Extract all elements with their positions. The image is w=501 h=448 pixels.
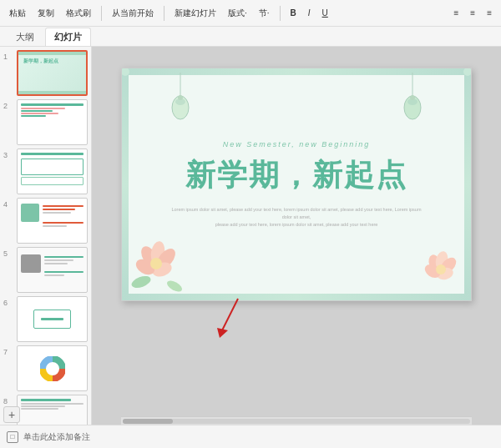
svg-line-25 [221,299,238,332]
slide-number-3: 3 [3,148,13,159]
slide-main-content: New Semester, new Beginning 新学期，新起点 Lore… [129,75,464,294]
slide-thumb-5[interactable] [17,247,88,293]
canvas-area: New Semester, new Beginning 新学期，新起点 Lore… [92,47,501,425]
slide-item-3[interactable]: 3 [3,148,88,194]
slide-thumb-8[interactable] [17,395,88,425]
tab-slides[interactable]: 幻灯片 [45,28,91,46]
slide-thumb-4[interactable] [17,198,88,244]
align-right-icon[interactable]: ≡ [483,7,496,19]
slide-number-4: 4 [3,198,13,209]
divider2 [164,6,164,21]
slide-thumb-3[interactable] [17,148,88,194]
slide-panel: 1 新学期，新起点 2 [0,47,92,425]
tab-bar: 大纲 幻灯片 [0,27,501,47]
slide-thumb-7[interactable] [17,345,88,391]
layout-button[interactable]: 版式· [224,6,251,21]
slide-thumb-6[interactable] [17,296,88,342]
slide-item-2[interactable]: 2 [3,99,88,145]
slide-thumb-1[interactable]: 新学期，新起点 [17,50,88,96]
align-left-icon[interactable]: ≡ [449,7,463,19]
toolbar: 粘贴 复制 格式刷 从当前开始 新建幻灯片 版式· 节· B I U ≡ ≡ ≡ [0,0,501,27]
slide-border-right [464,75,471,294]
horizontal-scrollbar[interactable] [121,416,472,425]
format-brush-button[interactable]: 格式刷 [62,6,95,21]
main-slide-canvas[interactable]: New Semester, new Beginning 新学期，新起点 Lore… [121,68,472,301]
slide-lorem-text: Lorem ipsum dolor sit amet, please add y… [171,206,422,228]
notes-placeholder[interactable]: 单击此处添加备注 [23,431,494,443]
scroll-track[interactable] [123,419,470,424]
divider3 [280,6,281,21]
underline-button[interactable]: U [318,7,332,19]
slide-item-6[interactable]: 6 [3,296,88,342]
copy-button[interactable]: 复制 [33,6,58,21]
slide-title: 新学期，新起点 [185,155,407,196]
slide-number-8: 8 [3,395,13,405]
slide-border-left [122,75,129,294]
bold-button[interactable]: B [286,7,301,19]
new-slide-button[interactable]: 新建幻灯片 [170,6,220,21]
main-area: 1 新学期，新起点 2 [0,47,501,425]
notes-bar: □ 单击此处添加备注 [0,425,501,448]
start-from-here-button[interactable]: 从当前开始 [108,6,158,21]
slide-item-4[interactable]: 4 [3,198,88,244]
section-button[interactable]: 节· [255,6,274,21]
align-center-icon[interactable]: ≡ [466,7,479,19]
add-slide-button[interactable]: + [3,406,20,423]
slide-thumb-2[interactable] [17,99,88,145]
slide-item-5[interactable]: 5 [3,247,88,293]
svg-marker-26 [217,328,228,338]
slide-item-1[interactable]: 1 新学期，新起点 [3,50,88,96]
tab-outline[interactable]: 大纲 [7,28,43,46]
italic-button[interactable]: I [304,7,315,19]
slide-number-2: 2 [3,99,13,110]
slide-number-6: 6 [3,296,13,307]
divider1 [101,6,102,21]
slide-number-1: 1 [3,50,13,61]
notes-icon: □ [7,431,18,443]
svg-point-2 [463,68,471,76]
slide-item-7[interactable]: 7 [3,345,88,391]
slide-subtitle: New Semester, new Beginning [223,140,371,148]
slide-number-5: 5 [3,247,13,258]
scroll-thumb[interactable] [123,419,173,424]
slide-number-7: 7 [3,345,13,356]
paste-button[interactable]: 粘贴 [5,6,30,21]
